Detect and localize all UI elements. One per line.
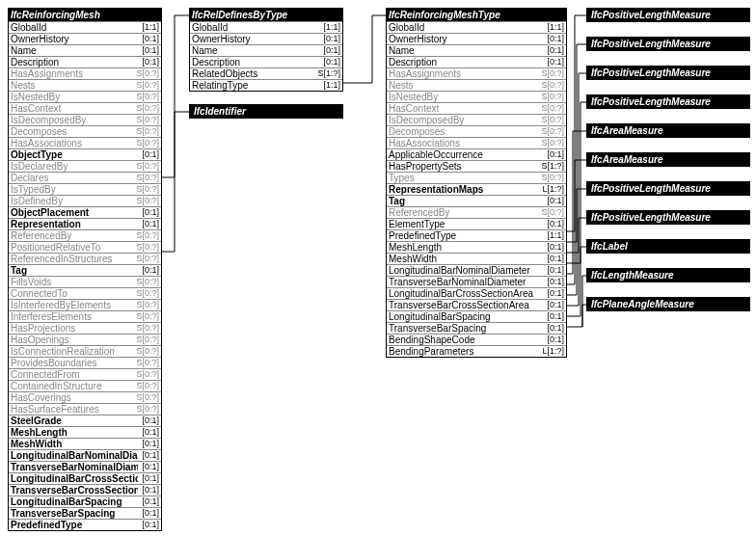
- left-row-31: ContainedInStructureS[0:?]: [9, 380, 161, 391]
- left-row-10: HasAssociationsS[0:?]: [9, 137, 161, 148]
- left-row-39: LongitudinalBarCrossSectionArea[0:1]: [9, 472, 161, 484]
- left-row-15: IsDefinedByS[0:?]: [9, 195, 161, 206]
- type-box-7: IfcPositiveLengthMeasure: [586, 210, 750, 225]
- left-row-35: MeshLength[0:1]: [9, 426, 161, 438]
- left-row-43: PredefinedType[0:1]: [9, 519, 161, 530]
- type-box-6: IfcPositiveLengthMeasure: [586, 181, 750, 196]
- right-row-8: IsDecomposedByS[0:?]: [387, 114, 566, 125]
- right-row-12: HasPropertySetsS[1:?]: [387, 160, 566, 172]
- right-row-20: MeshWidth[0:1]: [387, 253, 566, 264]
- right-row-13: TypesS[0:?]: [387, 172, 566, 183]
- right-row-3: Description[0:1]: [387, 56, 566, 67]
- right-row-2: Name[0:1]: [387, 44, 566, 56]
- left-row-41: LongitudinalBarSpacing[0:1]: [9, 496, 161, 507]
- left-row-13: DeclaresS[0:?]: [9, 172, 161, 183]
- left-row-26: HasProjectionsS[0:?]: [9, 322, 161, 334]
- type-box-10: IfcPlaneAngleMeasure: [586, 297, 750, 311]
- left-row-38: TransverseBarNominalDiameter[0:1]: [9, 461, 161, 472]
- mid-row-5: RelatingType[1:1]: [190, 79, 342, 91]
- left-row-3: Description[0:1]: [9, 56, 161, 67]
- left-row-24: IsInterferedByElementsS[0:?]: [9, 299, 161, 310]
- entity-ifcreinforcingmesh: IfcReinforcingMeshGlobalId[1:1]OwnerHist…: [8, 8, 162, 531]
- left-row-8: IsDecomposedByS[0:?]: [9, 114, 161, 125]
- type-box-8: IfcLabel: [586, 239, 750, 254]
- left-row-28: IsConnectionRealizationS[0:?]: [9, 345, 161, 357]
- entity-ifcreldefinesbytype: IfcRelDefinesByTypeGlobalId[1:1]OwnerHis…: [189, 8, 343, 92]
- mid-row-0: GlobalId[1:1]: [190, 21, 342, 33]
- left-row-20: ReferencedInStructuresS[0:?]: [9, 253, 161, 264]
- right-row-23: LongitudinalBarCrossSectionArea[0:1]: [387, 287, 566, 299]
- mid-title: IfcRelDefinesByType: [190, 9, 342, 21]
- right-row-6: IsNestedByS[0:?]: [387, 91, 566, 102]
- left-row-12: IsDeclaredByS[0:?]: [9, 160, 161, 172]
- mid-row-4: RelatedObjectsS[1:?]: [190, 67, 342, 79]
- left-row-9: DecomposesS[0:?]: [9, 125, 161, 137]
- left-row-37: LongitudinalBarNominalDiameter[0:1]: [9, 449, 161, 461]
- right-row-22: TransverseBarNominalDiameter[0:1]: [387, 276, 566, 287]
- mid-row-3: Description[0:1]: [190, 56, 342, 67]
- type-box-3: IfcPositiveLengthMeasure: [586, 94, 750, 109]
- right-row-27: BendingShapeCode[0:1]: [387, 334, 566, 345]
- right-row-0: GlobalId[1:1]: [387, 21, 566, 33]
- left-title: IfcReinforcingMesh: [9, 9, 161, 21]
- right-row-5: NestsS[0:?]: [387, 79, 566, 91]
- left-row-33: HasSurfaceFeaturesS[0:?]: [9, 403, 161, 415]
- right-row-1: OwnerHistory[0:1]: [387, 33, 566, 44]
- type-box-2: IfcPositiveLengthMeasure: [586, 66, 750, 80]
- left-row-14: IsTypedByS[0:?]: [9, 183, 161, 195]
- left-row-29: ProvidesBoundariesS[0:?]: [9, 357, 161, 368]
- type-box-9: IfcLengthMeasure: [586, 268, 750, 282]
- mid-row-2: Name[0:1]: [190, 44, 342, 56]
- right-row-19: MeshLength[0:1]: [387, 241, 566, 253]
- type-box-0: IfcPositiveLengthMeasure: [586, 8, 750, 22]
- type-box-4: IfcAreaMeasure: [586, 123, 750, 138]
- right-row-11: ApplicableOccurrence[0:1]: [387, 148, 566, 160]
- left-row-23: ConnectedToS[0:?]: [9, 287, 161, 299]
- right-row-15: Tag[0:1]: [387, 195, 566, 206]
- left-row-5: NestsS[0:?]: [9, 79, 161, 91]
- left-row-16: ObjectPlacement[0:1]: [9, 206, 161, 218]
- left-row-36: MeshWidth[0:1]: [9, 438, 161, 449]
- right-row-4: HasAssignmentsS[0:?]: [387, 67, 566, 79]
- left-row-22: FillsVoidsS[0:?]: [9, 276, 161, 287]
- right-row-10: HasAssociationsS[0:?]: [387, 137, 566, 148]
- entity-ifcreinforcingmeshtype: IfcReinforcingMeshTypeGlobalId[1:1]Owner…: [386, 8, 567, 358]
- right-row-16: ReferencedByS[0:?]: [387, 206, 566, 218]
- left-row-11: ObjectType[0:1]: [9, 148, 161, 160]
- left-row-4: HasAssignmentsS[0:?]: [9, 67, 161, 79]
- left-row-27: HasOpeningsS[0:?]: [9, 334, 161, 345]
- left-row-32: HasCoveringsS[0:?]: [9, 391, 161, 403]
- right-row-26: TransverseBarSpacing[0:1]: [387, 322, 566, 334]
- type-box-1: IfcPositiveLengthMeasure: [586, 37, 750, 51]
- left-row-6: IsNestedByS[0:?]: [9, 91, 161, 102]
- right-row-25: LongitudinalBarSpacing[0:1]: [387, 310, 566, 322]
- left-row-21: Tag[0:1]: [9, 264, 161, 276]
- right-row-28: BendingParametersL[1:?]: [387, 345, 566, 357]
- left-row-2: Name[0:1]: [9, 44, 161, 56]
- left-row-17: Representation[0:1]: [9, 218, 161, 229]
- left-row-7: HasContextS[0:?]: [9, 102, 161, 114]
- type-ifcidentifier: IfcIdentifier: [189, 104, 343, 119]
- left-row-1: OwnerHistory[0:1]: [9, 33, 161, 44]
- right-row-17: ElementType[0:1]: [387, 218, 566, 229]
- right-row-18: PredefinedType[1:1]: [387, 229, 566, 241]
- left-row-25: InterferesElementsS[0:?]: [9, 310, 161, 322]
- left-row-19: PositionedRelativeToS[0:?]: [9, 241, 161, 253]
- right-row-7: HasContextS[0:?]: [387, 102, 566, 114]
- right-row-9: DecomposesS[0:?]: [387, 125, 566, 137]
- left-row-30: ConnectedFromS[0:?]: [9, 368, 161, 380]
- left-row-34: SteelGrade[0:1]: [9, 415, 161, 426]
- right-title: IfcReinforcingMeshType: [387, 9, 566, 21]
- right-row-24: TransverseBarCrossSectionArea[0:1]: [387, 299, 566, 310]
- left-row-0: GlobalId[1:1]: [9, 21, 161, 33]
- left-row-18: ReferencedByS[0:?]: [9, 229, 161, 241]
- mid-row-1: OwnerHistory[0:1]: [190, 33, 342, 44]
- right-row-21: LongitudinalBarNominalDiameter[0:1]: [387, 264, 566, 276]
- left-row-40: TransverseBarCrossSectionArea[0:1]: [9, 484, 161, 496]
- right-row-14: RepresentationMapsL[1:?]: [387, 183, 566, 195]
- type-box-5: IfcAreaMeasure: [586, 152, 750, 167]
- left-row-42: TransverseBarSpacing[0:1]: [9, 507, 161, 519]
